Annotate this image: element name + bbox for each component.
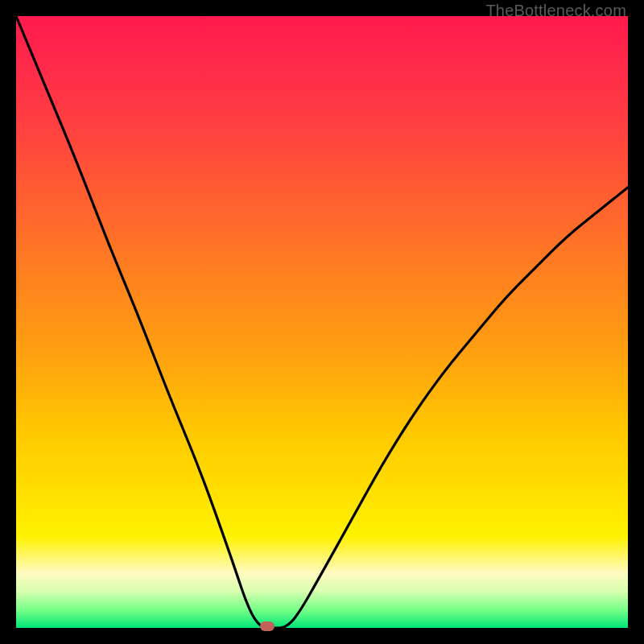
chart-frame: TheBottleneck.com [0, 0, 644, 644]
watermark-text: TheBottleneck.com [485, 2, 626, 20]
optimal-marker [260, 621, 275, 631]
plot-area [16, 16, 628, 628]
bottleneck-curve [16, 16, 628, 628]
